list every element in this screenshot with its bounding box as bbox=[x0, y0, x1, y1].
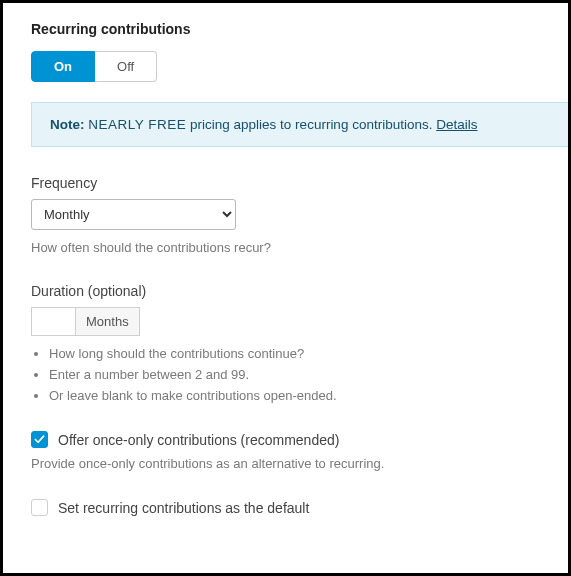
toggle-off-button[interactable]: Off bbox=[95, 51, 157, 82]
frequency-label: Frequency bbox=[31, 175, 568, 191]
once-only-checkbox[interactable] bbox=[31, 431, 48, 448]
duration-help-list: How long should the contributions contin… bbox=[31, 346, 568, 403]
default-recurring-row: Set recurring contributions as the defau… bbox=[31, 499, 568, 516]
note-prefix: Note: bbox=[50, 117, 85, 132]
duration-help-item: Enter a number between 2 and 99. bbox=[49, 367, 568, 382]
once-only-label: Offer once-only contributions (recommend… bbox=[58, 432, 339, 448]
duration-help-item: How long should the contributions contin… bbox=[49, 346, 568, 361]
note-details-link[interactable]: Details bbox=[436, 117, 477, 132]
duration-help-item: Or leave blank to make contributions ope… bbox=[49, 388, 568, 403]
default-recurring-checkbox[interactable] bbox=[31, 499, 48, 516]
once-only-row: Offer once-only contributions (recommend… bbox=[31, 431, 568, 448]
frequency-help: How often should the contributions recur… bbox=[31, 240, 568, 255]
note-pricing: NEARLY FREE bbox=[88, 117, 186, 132]
note-body: pricing applies to recurring contributio… bbox=[190, 117, 432, 132]
duration-field: Duration (optional) Months How long shou… bbox=[31, 283, 568, 403]
toggle-on-button[interactable]: On bbox=[31, 51, 95, 82]
default-recurring-label: Set recurring contributions as the defau… bbox=[58, 500, 309, 516]
duration-input[interactable] bbox=[31, 307, 75, 336]
section-title: Recurring contributions bbox=[31, 21, 568, 37]
check-icon bbox=[34, 434, 45, 445]
frequency-field: Frequency Monthly How often should the c… bbox=[31, 175, 568, 255]
frequency-select[interactable]: Monthly bbox=[31, 199, 236, 230]
pricing-note: Note: NEARLY FREE pricing applies to rec… bbox=[31, 102, 568, 147]
recurring-toggle: On Off bbox=[31, 51, 157, 82]
duration-unit: Months bbox=[75, 307, 140, 336]
duration-label: Duration (optional) bbox=[31, 283, 568, 299]
once-only-help: Provide once-only contributions as an al… bbox=[31, 456, 568, 471]
